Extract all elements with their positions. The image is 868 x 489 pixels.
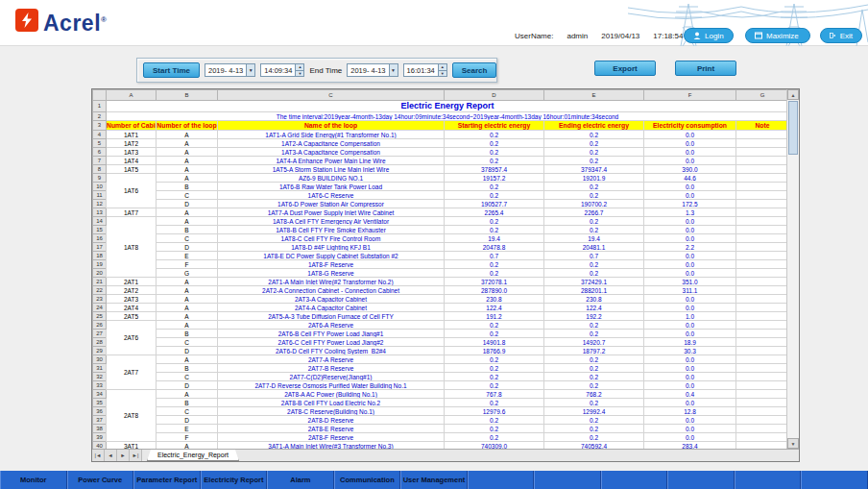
cell-consumption[interactable]: 390.0: [644, 165, 736, 174]
cell-ending-energy[interactable]: 0.2: [544, 330, 644, 338]
cell-loop[interactable]: F: [157, 433, 218, 442]
nav-parameter-report[interactable]: Parameter Report: [133, 471, 201, 489]
cell-loop-name[interactable]: 1AT6-C Reserve: [218, 191, 445, 200]
cell-starting-energy[interactable]: 0.2: [445, 330, 544, 338]
nav-user-management[interactable]: User Management: [400, 471, 468, 489]
row-number[interactable]: 25: [93, 312, 107, 321]
row-number[interactable]: 30: [93, 355, 107, 364]
cell-consumption[interactable]: 283.4: [644, 442, 736, 450]
cell-ending-energy[interactable]: 14920.7: [544, 338, 644, 347]
cell-loop[interactable]: A: [157, 286, 218, 295]
cell-loop-name[interactable]: 2AT7-A Reserve: [218, 355, 445, 364]
cell-loop-name[interactable]: 1AT7-A Dust Power Supply Inlet Wire Cabi…: [218, 208, 445, 217]
cell-note[interactable]: [736, 425, 787, 433]
cell-loop[interactable]: A: [157, 321, 218, 330]
cell-consumption[interactable]: 1.3: [644, 208, 736, 217]
cell-consumption[interactable]: 12.8: [644, 407, 736, 416]
cell-starting-energy[interactable]: 0.2: [445, 433, 544, 442]
column-header[interactable]: Number of Cabinet: [107, 121, 157, 131]
cell-loop[interactable]: B: [157, 364, 218, 373]
cell-loop-name[interactable]: 1AT5-A Storm Station Line Main Inlet Wir…: [218, 165, 445, 174]
cell-consumption[interactable]: 0.0: [644, 433, 736, 442]
cell-consumption[interactable]: 311.1: [644, 286, 736, 295]
row-number[interactable]: 7: [93, 157, 107, 165]
cell-consumption[interactable]: 172.5: [644, 200, 736, 208]
cell-note[interactable]: [736, 399, 787, 407]
cell-starting-energy[interactable]: 0.2: [445, 399, 544, 407]
cell-loop[interactable]: A: [157, 131, 218, 139]
row-number[interactable]: 20: [93, 269, 107, 278]
cell-consumption[interactable]: 2.2: [644, 243, 736, 252]
cell-starting-energy[interactable]: 767.8: [445, 390, 544, 399]
cell-note[interactable]: [736, 390, 787, 399]
cell-loop-name[interactable]: 1AT4-A Enhance Power Main Line Wire: [218, 157, 445, 165]
cell-note[interactable]: [736, 208, 787, 217]
cell-loop-name[interactable]: 1AT8-B Cell FTY Fire Smoke Exhauster: [218, 226, 445, 234]
cell-consumption[interactable]: 30.3: [644, 347, 736, 355]
cell-ending-energy[interactable]: 19.4: [544, 234, 644, 243]
cell-consumption[interactable]: 0.0: [644, 381, 736, 390]
cell-starting-energy[interactable]: 372078.1: [445, 278, 544, 286]
row-number[interactable]: 13: [93, 208, 107, 217]
maximize-button[interactable]: Maximize: [745, 28, 810, 43]
cell-note[interactable]: [736, 381, 787, 390]
cell-loop[interactable]: E: [157, 252, 218, 260]
cell-consumption[interactable]: 0.0: [644, 399, 736, 407]
cell-starting-energy[interactable]: 0.2: [445, 157, 544, 165]
nav-communication[interactable]: Communication: [334, 471, 401, 489]
row-number[interactable]: 34: [93, 390, 107, 399]
cell-starting-energy[interactable]: 2265.4: [445, 208, 544, 217]
cell-loop-name[interactable]: 2AT7-C(D2)Reserve(Jiang#1): [218, 373, 445, 381]
cell-note[interactable]: [736, 260, 787, 269]
cell-loop-name[interactable]: 1AT8-G Reserve: [218, 269, 445, 278]
cell-loop[interactable]: C: [157, 234, 218, 243]
cell-starting-energy[interactable]: 0.2: [445, 131, 544, 139]
row-number[interactable]: 1: [93, 101, 107, 112]
cell-loop[interactable]: A: [157, 442, 218, 450]
cell-loop-name[interactable]: 1AT6-D Power Station Air Compressor: [218, 200, 445, 208]
cell-starting-energy[interactable]: 287890.0: [445, 286, 544, 295]
column-header[interactable]: Number of the loop: [157, 121, 218, 131]
cell-ending-energy[interactable]: 0.2: [544, 217, 644, 226]
cell-cabinet[interactable]: 1AT4: [107, 157, 157, 165]
cell-starting-energy[interactable]: 0.2: [445, 226, 544, 234]
cell-loop-name[interactable]: 2AT5-A-3 Tube Diffusion Furnace of Cell …: [218, 312, 445, 321]
cell-loop[interactable]: A: [157, 295, 218, 304]
cell-starting-energy[interactable]: 0.2: [445, 416, 544, 425]
cell-note[interactable]: [736, 364, 787, 373]
cell-ending-energy[interactable]: 0.7: [544, 252, 644, 260]
cell-ending-energy[interactable]: 0.2: [544, 381, 644, 390]
cell-ending-energy[interactable]: 0.2: [544, 183, 644, 191]
export-button[interactable]: Export: [594, 61, 656, 76]
row-number[interactable]: 17: [93, 243, 107, 252]
cell-loop-name[interactable]: 2AT7-B Reserve: [218, 364, 445, 373]
cell-starting-energy[interactable]: 0.2: [445, 260, 544, 269]
cell-note[interactable]: [736, 433, 787, 442]
cell-starting-energy[interactable]: 0.2: [445, 269, 544, 278]
cell-note[interactable]: [736, 165, 787, 174]
column-header[interactable]: Note: [736, 121, 787, 131]
cell-consumption[interactable]: 0.0: [644, 157, 736, 165]
row-number[interactable]: 31: [93, 364, 107, 373]
cell-note[interactable]: [736, 286, 787, 295]
cell-cabinet[interactable]: 2AT4: [107, 304, 157, 312]
cell-cabinet[interactable]: 2AT5: [107, 312, 157, 321]
cell-consumption[interactable]: 1.0: [644, 312, 736, 321]
cell-consumption[interactable]: 0.0: [644, 355, 736, 364]
cell-loop-name[interactable]: 1AT6-B Raw Water Tank Power Load: [218, 183, 445, 191]
cell-starting-energy[interactable]: 0.2: [445, 217, 544, 226]
cell-loop-name[interactable]: 2AT1-A Main Inlet Wire(#2 Transformer No…: [218, 278, 445, 286]
cell-note[interactable]: [736, 312, 787, 321]
row-number[interactable]: 32: [93, 373, 107, 381]
cell-starting-energy[interactable]: 378957.4: [445, 165, 544, 174]
cell-loop[interactable]: B: [157, 330, 218, 338]
cell-note[interactable]: [736, 295, 787, 304]
cell-loop[interactable]: D: [157, 381, 218, 390]
start-date-picker[interactable]: 2019- 4-13 ▼: [205, 63, 255, 77]
row-number[interactable]: 29: [93, 347, 107, 355]
cell-loop-name[interactable]: 2AT8-A AC Power (Building No.1): [218, 390, 445, 399]
cell-starting-energy[interactable]: 191.2: [445, 312, 544, 321]
cell-note[interactable]: [736, 338, 787, 347]
exit-button[interactable]: Exit: [820, 28, 862, 43]
cell-consumption[interactable]: 0.0: [644, 364, 736, 373]
